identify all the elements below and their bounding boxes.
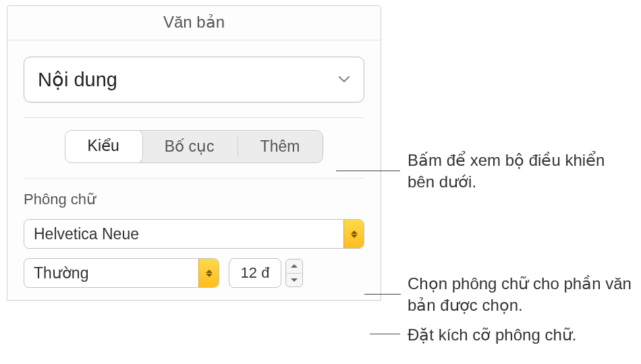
paragraph-style-select[interactable]: Nội dung	[24, 57, 364, 102]
font-family-value: Helvetica Neue	[34, 225, 139, 243]
text-format-panel: Văn bản Nội dung Kiểu Bố cục Thêm Phông …	[7, 5, 381, 301]
font-style-value: Thường	[34, 264, 88, 282]
font-section-label: Phông chữ	[24, 191, 364, 208]
tab-more[interactable]: Thêm	[238, 131, 323, 162]
font-size-group	[229, 258, 303, 288]
font-size-stepper	[285, 259, 303, 287]
font-size-input[interactable]	[229, 258, 281, 288]
callout-font-size: Đặt kích cỡ phông chữ.	[408, 324, 637, 346]
callout-font-family: Chọn phông chữ cho phần văn bản được chọ…	[408, 273, 637, 317]
divider	[24, 117, 364, 118]
callout-tabs: Bấm để xem bộ điều khiển bên dưới.	[408, 150, 630, 193]
format-tabs: Kiểu Bố cục Thêm	[65, 130, 324, 163]
paragraph-style-label: Nội dung	[38, 68, 117, 91]
divider	[24, 178, 364, 179]
callout-leader	[370, 334, 400, 334]
popup-arrows-icon	[198, 259, 219, 287]
font-size-step-down[interactable]	[286, 274, 302, 287]
callout-leader	[364, 294, 401, 295]
tab-style[interactable]: Kiểu	[65, 130, 142, 163]
tab-layout[interactable]: Bố cục	[142, 131, 238, 162]
font-size-step-up[interactable]	[286, 260, 302, 274]
chevron-down-icon	[338, 74, 350, 86]
panel-title: Văn bản	[7, 6, 381, 40]
panel-body: Nội dung Kiểu Bố cục Thêm Phông chữ Helv…	[7, 40, 381, 300]
popup-arrows-icon	[343, 220, 364, 248]
callout-leader	[336, 171, 400, 171]
font-family-select[interactable]: Helvetica Neue	[24, 219, 364, 249]
font-style-select[interactable]: Thường	[24, 258, 219, 288]
